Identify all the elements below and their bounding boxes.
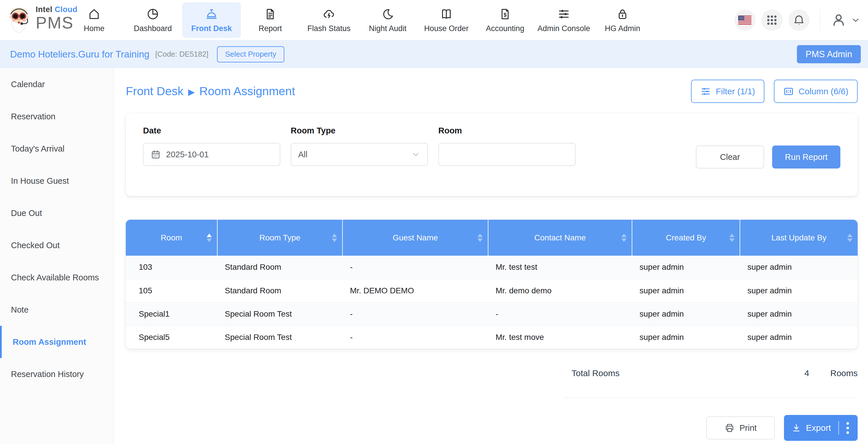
room-input[interactable]: [438, 143, 576, 166]
sidebar-item-note[interactable]: Note: [0, 294, 114, 326]
notifications-button[interactable]: [788, 9, 810, 31]
apps-grid-button[interactable]: [761, 9, 782, 31]
top-navigation: Home Dashboard Front Desk Report Flash S…: [65, 0, 652, 40]
column-button[interactable]: Column (6/6): [774, 80, 858, 103]
summary-divider: [564, 398, 858, 398]
table-body: 103Standard Room-Mr. test testsuper admi…: [126, 255, 858, 349]
nav-label: Flash Status: [307, 24, 350, 33]
home-icon: [88, 7, 101, 21]
user-menu[interactable]: [831, 12, 861, 28]
nav-item-front-desk[interactable]: Front Desk: [182, 2, 241, 38]
room-label: Room: [438, 126, 576, 135]
mascot-avatar-icon: [5, 2, 33, 35]
user-icon: [831, 12, 847, 28]
sidebar-item-todays-arrival[interactable]: Today's Arrival: [0, 133, 114, 165]
nav-item-home[interactable]: Home: [65, 2, 123, 38]
dollar-document-icon: $: [498, 7, 512, 21]
nav-item-report[interactable]: Report: [241, 2, 300, 38]
calendar-icon: [151, 149, 161, 160]
padlock-icon: [616, 7, 629, 21]
sort-icon[interactable]: [207, 234, 212, 242]
column-header-room[interactable]: Room: [126, 220, 217, 255]
nav-label: Report: [258, 24, 282, 33]
sort-icon[interactable]: [729, 234, 735, 242]
room-assignment-table: Room Room Type Guest Name Contact Name C…: [126, 220, 858, 349]
pms-admin-button[interactable]: PMS Admin: [797, 45, 861, 63]
total-rooms-label: Total Rooms: [571, 368, 620, 378]
notification-bell-icon: [793, 14, 805, 27]
filter-button[interactable]: Filter (1/1): [691, 80, 765, 103]
table-cell: Mr. test move: [488, 326, 632, 349]
nav-label: HG Admin: [604, 24, 640, 33]
column-header-room-type[interactable]: Room Type: [217, 220, 342, 255]
main-content: Front Desk ▶ Room Assignment Filter (1/1…: [114, 68, 868, 444]
nav-item-dashboard[interactable]: Dashboard: [123, 2, 182, 38]
sidebar-item-in-house-guest[interactable]: In House Guest: [0, 165, 114, 197]
export-more-options-icon[interactable]: [845, 421, 850, 435]
room-type-select[interactable]: All: [291, 143, 428, 166]
download-icon: [792, 423, 801, 433]
column-header-contact-name[interactable]: Contact Name: [488, 220, 632, 255]
table-cell: Special5: [126, 326, 217, 349]
chevron-down-icon: [851, 15, 861, 25]
nav-item-flash-status[interactable]: Flash Status: [300, 2, 358, 38]
sort-icon[interactable]: [847, 234, 852, 242]
nav-label: Night Audit: [369, 24, 407, 33]
property-name: Demo Hoteliers.Guru for Training: [10, 49, 149, 60]
table-cell: 105: [126, 279, 217, 302]
brand-intel: Intel: [36, 5, 52, 14]
table-row[interactable]: Special5Special Room Test-Mr. test moves…: [126, 326, 858, 349]
nav-item-hg-admin[interactable]: HG Admin: [593, 2, 652, 38]
nav-item-night-audit[interactable]: Night Audit: [358, 2, 417, 38]
table-row[interactable]: 103Standard Room-Mr. test testsuper admi…: [126, 255, 858, 279]
table-row[interactable]: Special1Special Room Test--super adminsu…: [126, 302, 858, 326]
table-cell: Standard Room: [217, 255, 342, 279]
nav-item-house-order[interactable]: House Order: [417, 2, 476, 38]
breadcrumb-parent[interactable]: Front Desk: [126, 84, 184, 98]
table-cell: -: [342, 326, 488, 349]
clear-button[interactable]: Clear: [696, 145, 764, 169]
column-header-created-by[interactable]: Created By: [632, 220, 740, 255]
print-button-label: Print: [739, 423, 756, 433]
sort-icon[interactable]: [332, 234, 337, 242]
breadcrumb-separator-icon: ▶: [188, 86, 195, 97]
nav-item-accounting[interactable]: $ Accounting: [476, 2, 534, 38]
sidebar-item-due-out[interactable]: Due Out: [0, 197, 114, 229]
table-cell: super admin: [632, 302, 740, 326]
total-rooms-value: 4: [804, 368, 809, 378]
sidebar-item-room-assignment[interactable]: Room Assignment: [0, 326, 114, 358]
table-cell: -: [488, 302, 632, 326]
date-value: 2025-10-01: [166, 150, 209, 159]
export-button[interactable]: Export: [784, 415, 858, 441]
table-row[interactable]: 105Standard RoomMr. DEMO DEMOMr. demo de…: [126, 279, 858, 302]
select-property-button[interactable]: Select Property: [217, 46, 284, 62]
date-input[interactable]: 2025-10-01: [143, 143, 280, 166]
svg-text:$: $: [504, 11, 507, 18]
table-cell: super admin: [740, 279, 858, 302]
sort-icon[interactable]: [621, 234, 626, 242]
top-right-cluster: [734, 0, 861, 40]
sidebar-item-calendar[interactable]: Calendar: [0, 68, 114, 100]
table-cell: Special Room Test: [217, 326, 342, 349]
open-book-icon: [440, 7, 453, 21]
total-rooms-unit: Rooms: [830, 368, 858, 378]
sidebar-item-reservation-history[interactable]: Reservation History: [0, 358, 114, 390]
sort-icon[interactable]: [477, 234, 483, 242]
page-title: Room Assignment: [199, 84, 295, 98]
column-layout-icon: [783, 86, 794, 97]
date-label: Date: [143, 126, 280, 135]
print-button[interactable]: Print: [706, 416, 775, 439]
column-header-guest-name[interactable]: Guest Name: [342, 220, 488, 255]
sidebar-item-reservation[interactable]: Reservation: [0, 100, 114, 133]
nav-label: House Order: [424, 24, 469, 33]
printer-icon: [724, 423, 735, 433]
sidebar-item-check-available-rooms[interactable]: Check Available Rooms: [0, 262, 114, 294]
nav-item-admin-console[interactable]: Admin Console: [534, 2, 593, 38]
sidebar-item-checked-out[interactable]: Checked Out: [0, 229, 114, 262]
run-report-button[interactable]: Run Report: [772, 145, 840, 169]
table-header-row: Room Room Type Guest Name Contact Name C…: [126, 220, 858, 255]
column-header-last-update-by[interactable]: Last Update By: [740, 220, 858, 255]
language-flag-button[interactable]: [734, 9, 755, 31]
nav-label: Accounting: [486, 24, 524, 33]
sidebar: Calendar Reservation Today's Arrival In …: [0, 68, 114, 444]
